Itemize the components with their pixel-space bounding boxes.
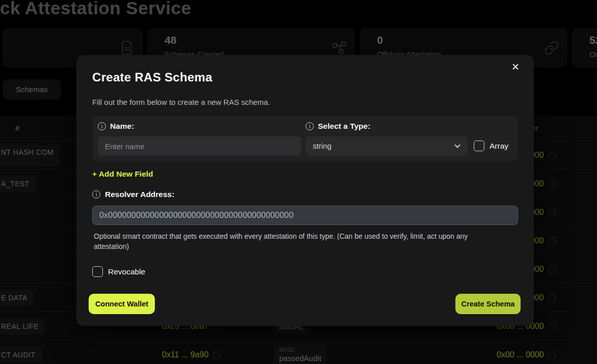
info-icon: i xyxy=(92,190,100,199)
chevron-down-icon xyxy=(454,142,460,148)
type-select[interactable]: string xyxy=(306,136,468,156)
add-new-field-button[interactable]: + Add New Field xyxy=(92,170,153,179)
connect-wallet-button[interactable]: Connect Wallet xyxy=(89,294,155,314)
type-select-value: string xyxy=(313,142,332,150)
array-label: Array xyxy=(490,142,508,151)
type-label: i Select a Type: xyxy=(306,122,370,131)
name-input[interactable] xyxy=(98,136,302,156)
field-form-panel: i Name: i Select a Type: string Array xyxy=(92,116,518,161)
revocable-checkbox[interactable] xyxy=(92,266,103,277)
revocable-label: Revocable xyxy=(108,267,145,276)
resolver-help-text: Optional smart contract that gets execut… xyxy=(94,231,501,251)
create-schema-button[interactable]: Create Schema xyxy=(455,294,521,314)
revocable-option: Revocable xyxy=(92,266,145,277)
name-label: i Name: xyxy=(98,122,134,131)
resolver-address-label: i Resolver Address: xyxy=(92,190,174,199)
array-option: Array xyxy=(474,141,508,151)
modal-title: Create RAS Schema xyxy=(92,70,212,85)
info-icon: i xyxy=(98,122,106,130)
info-icon: i xyxy=(306,122,314,130)
create-schema-modal: ✕ Create RAS Schema Fill out the form be… xyxy=(76,55,534,326)
modal-subtitle: Fill out the form below to create a new … xyxy=(92,98,270,106)
close-icon[interactable]: ✕ xyxy=(511,62,520,72)
resolver-address-input[interactable] xyxy=(92,206,518,225)
array-checkbox[interactable] xyxy=(474,141,484,151)
